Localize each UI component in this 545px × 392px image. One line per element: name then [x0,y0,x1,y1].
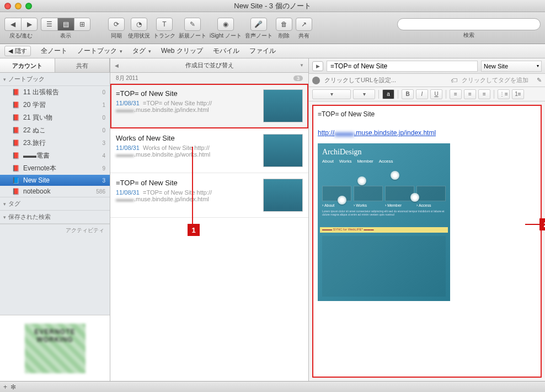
sidebar-item-notebook[interactable]: 📘New Site3 [0,175,110,186]
detail-meta-row: クリックしてURLを設定... 🏷 クリックしてタグを追加 ✎ [309,74,545,87]
preview-nav-item: Access [379,159,393,164]
tag-placeholder[interactable]: クリックしてタグを追加 [462,76,528,84]
sidebar-item-count: 3 [102,140,105,146]
sidebar-item-notebook[interactable]: 📕▬▬電書4 [0,149,110,162]
sidebar-item-label: notebook [23,187,50,195]
font-select[interactable]: ▾ [312,89,351,99]
usage-button[interactable]: ◔ [131,18,147,31]
sidebar-ad[interactable]: EVERNOTE WORKING [0,315,110,381]
filter-file[interactable]: ファイル [249,46,276,56]
url-placeholder[interactable]: クリックしてURLを設定... [324,76,396,84]
align-right-button[interactable]: ≡ [478,89,490,99]
search-input[interactable] [397,18,541,30]
status-settings-button[interactable]: ✻ [10,383,16,391]
align-left-button[interactable]: ≡ [450,89,462,99]
sidebar-tab-account[interactable]: アカウント [0,58,55,73]
sidebar-item-notebook[interactable]: 📕11 出張報告0 [0,86,110,99]
filter-tag[interactable]: タグ [132,46,151,56]
sidebar-item-label: 23.旅行 [23,138,46,148]
list-button[interactable]: ⋮≡ [498,89,510,99]
webpage-preview: ArchiDesign AboutWorksMemberAccess › Abo… [318,143,450,301]
delete-label: 削除 [279,32,290,40]
view-label: 表示 [60,32,71,40]
note-list-month-count: 3 [293,76,303,81]
preview-nav-item: Works [339,159,352,164]
notebook-icon: 📕 [12,139,20,147]
size-select[interactable]: ▾ [353,89,375,99]
audio-note-button[interactable]: 🎤 [250,18,267,31]
sync-button[interactable]: ⟳ [108,18,125,31]
note-title-input[interactable] [327,61,478,72]
isight-note-button[interactable]: ◉ [217,18,234,31]
sidebar-item-label: 22 ぬこ [23,126,46,135]
sidebar-item-label: New Site [23,176,50,184]
sidebar-item-notebook[interactable]: 📕21 買い物0 [0,111,110,124]
note-content[interactable]: =TOP= of New Site http://▬▬▬.muse.bindsi… [312,105,542,378]
sidebar-item-count: 4 [102,153,105,159]
sidebar-item-count: 9 [102,165,105,171]
sidebar-item-count: 3 [102,178,105,184]
sidebar-item-notebook[interactable]: 📕notebook586 [0,186,110,197]
numbered-list-button[interactable]: 1≡ [512,89,524,99]
sidebar-item-label: 21 買い物 [23,113,52,122]
sidebar-item-label: ▬▬電書 [23,151,50,160]
preview-bottom [322,236,446,297]
note-item-thumbnail [263,134,303,167]
delete-button[interactable]: 🗑 [276,18,292,31]
link-prefix: http:// [318,129,334,137]
note-list-sort[interactable]: 作成日で並び替え [110,58,308,73]
trunk-button[interactable]: T [156,18,173,31]
sidebar-tab-shared[interactable]: 共有 [55,58,110,73]
sidebar-item-label: 11 出張報告 [23,88,59,97]
filter-all-notes[interactable]: 全ノート [41,46,67,56]
note-body-link[interactable]: http://▬▬▬.muse.bindsite.jp/index.html [318,129,536,137]
view-list-button[interactable]: ☰ [41,18,57,31]
notebook-select-label: New Site [484,63,508,69]
slideshow-button[interactable]: ▶ [312,61,323,71]
usage-label: 使用状況 [128,32,150,40]
sidebar-section-notebooks[interactable]: ノートブック [0,73,110,86]
note-list-item[interactable]: Works of New Site11/08/31 Works of New S… [110,128,308,173]
note-list-item[interactable]: =TOP= of New Site11/08/31 =TOP= of New S… [110,84,308,128]
sidebar-item-notebook[interactable]: 📕20 学習1 [0,99,110,111]
color-button[interactable]: a [382,89,394,99]
note-item-title: =TOP= of New Site [116,89,259,98]
nav-label: 戻る/進む [9,32,33,40]
share-button[interactable]: ↗︎ [296,18,312,31]
view-thumb-button[interactable]: ⊞ [74,18,90,31]
edit-tags-icon[interactable]: ✎ [533,77,542,84]
notebook-select[interactable]: New Site▾ [481,61,542,72]
forward-button[interactable]: ▶ [21,18,38,31]
notebook-icon: 📘 [12,176,20,184]
preview-label-item: › Member [385,203,414,207]
titlebar: New Site - 3 個のノート [0,0,545,12]
sidebar-activity[interactable]: アクティビティ [0,224,110,237]
preview-label-item: › Access [416,203,446,207]
hide-sidebar-button[interactable]: ◀隠す [4,46,31,56]
bold-button[interactable]: B [402,89,414,99]
sidebar-item-notebook[interactable]: 📕22 ぬこ0 [0,124,110,137]
note-list-item[interactable]: =TOP= of New Site11/08/31 =TOP= of New S… [110,173,308,218]
italic-button[interactable]: I [416,89,428,99]
sidebar-section-tags[interactable]: タグ [0,197,110,211]
sidebar-item-count: 586 [96,189,105,195]
status-add-button[interactable]: + [3,383,7,391]
sidebar-item-notebook[interactable]: 📕Evernote本9 [0,162,110,175]
search-wrap [397,18,541,30]
sidebar-notebook-list: 📕11 出張報告0📕20 学習1📕21 買い物0📕22 ぬこ0📕23.旅行3📕▬… [0,86,110,197]
hide-label: 隠す [15,47,27,55]
filter-webclip[interactable]: Web クリップ [161,46,203,56]
filter-notebook[interactable]: ノートブック [77,46,122,56]
back-button[interactable]: ◀ [4,18,21,31]
filter-mobile[interactable]: モバイル [213,46,239,56]
view-snippet-button[interactable]: ▤ [57,18,74,31]
new-note-button[interactable]: ✎ [184,18,201,31]
sync-label: 同期 [111,32,122,40]
sidebar-section-saved[interactable]: 保存された検索 [0,211,110,224]
filter-bar: ◀隠す 全ノート ノートブック タグ Web クリップ モバイル ファイル [0,44,545,58]
align-center-button[interactable]: ≡ [464,89,476,99]
annotation-line-1 [192,147,193,229]
underline-button[interactable]: U [430,89,442,99]
note-item-thumbnail [263,89,303,122]
sidebar-item-notebook[interactable]: 📕23.旅行3 [0,137,110,149]
